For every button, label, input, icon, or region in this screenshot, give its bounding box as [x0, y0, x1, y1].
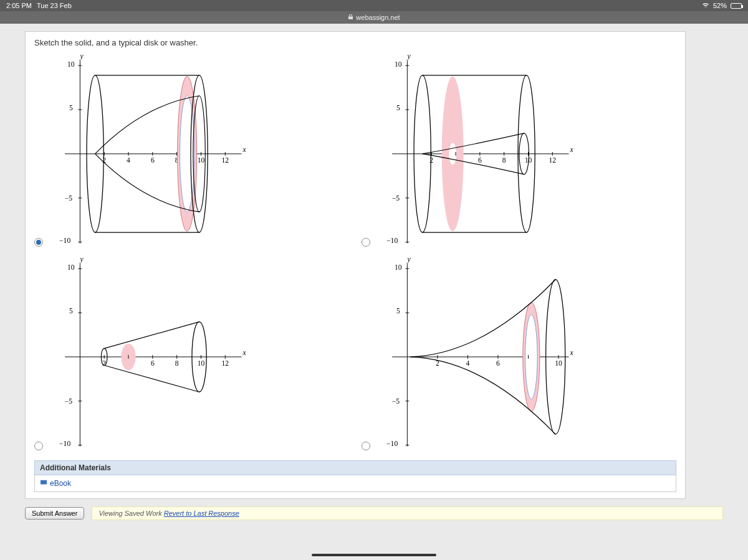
svg-text:5: 5: [69, 307, 73, 315]
svg-text:2: 2: [429, 156, 433, 164]
browser-domain: webassign.net: [356, 14, 400, 21]
svg-text:8: 8: [502, 156, 506, 164]
option-b[interactable]: yx 105 −5−10 246 81012: [362, 50, 676, 253]
book-icon: [40, 479, 47, 488]
saved-work-bar: Viewing Saved Work Revert to Last Respon…: [92, 506, 723, 520]
revert-link[interactable]: Revert to Last Response: [164, 510, 239, 517]
svg-text:x: x: [569, 349, 573, 357]
question-card: Sketch the solid, and a typical disk or …: [25, 31, 686, 499]
svg-text:10: 10: [395, 263, 402, 272]
svg-text:−10: −10: [386, 440, 398, 448]
options-grid: yx 105 −5−10 246 81012: [34, 50, 676, 457]
svg-text:y: y: [406, 52, 411, 60]
svg-text:−10: −10: [59, 237, 70, 245]
svg-text:5: 5: [396, 104, 400, 112]
svg-text:4: 4: [127, 156, 130, 164]
svg-text:10: 10: [67, 263, 75, 272]
question-prompt: Sketch the solid, and a typical disk or …: [34, 38, 676, 47]
saved-work-text: Viewing Saved Work: [98, 510, 163, 517]
radio-a[interactable]: [34, 238, 43, 247]
lock-icon: [348, 14, 353, 21]
status-time: 2:05 PM: [6, 2, 32, 9]
svg-text:−10: −10: [59, 440, 70, 448]
svg-text:−5: −5: [65, 397, 73, 406]
browser-url-bar[interactable]: webassign.net: [0, 11, 748, 24]
svg-text:y: y: [79, 255, 84, 263]
svg-text:6: 6: [478, 156, 482, 164]
svg-text:−10: −10: [386, 237, 398, 245]
graph-b: yx 105 −5−10 246 81012: [374, 50, 580, 249]
radio-d[interactable]: [362, 442, 370, 450]
option-d[interactable]: yx 105 −5−10 246 810: [362, 253, 676, 456]
svg-text:−5: −5: [392, 397, 400, 406]
battery-percent: 52%: [713, 2, 727, 9]
svg-text:10: 10: [198, 156, 205, 164]
graph-d: yx 105 −5−10 246 810: [374, 253, 580, 452]
svg-text:x: x: [569, 146, 573, 154]
additional-materials-body: eBook: [34, 475, 676, 492]
svg-point-105: [525, 315, 537, 399]
svg-text:−5: −5: [392, 194, 400, 202]
ipad-status-bar: 2:05 PM Tue 23 Feb 52%: [0, 0, 748, 11]
svg-text:6: 6: [496, 359, 500, 368]
additional-materials-header: Additional Materials: [34, 460, 676, 475]
svg-text:10: 10: [395, 60, 402, 69]
svg-text:6: 6: [151, 156, 155, 164]
home-indicator[interactable]: [312, 554, 436, 556]
footer-row: Submit Answer Viewing Saved Work Revert …: [25, 506, 723, 520]
battery-icon: [731, 3, 742, 9]
svg-point-46: [449, 143, 456, 164]
radio-b[interactable]: [362, 238, 370, 247]
svg-text:12: 12: [222, 156, 229, 164]
svg-text:8: 8: [175, 359, 179, 368]
svg-text:5: 5: [69, 104, 73, 112]
svg-text:12: 12: [222, 359, 229, 368]
svg-text:5: 5: [396, 307, 400, 315]
ebook-label: eBook: [50, 479, 71, 488]
svg-text:x: x: [242, 349, 246, 357]
svg-text:10: 10: [555, 359, 562, 368]
svg-text:4: 4: [466, 359, 470, 368]
submit-answer-button[interactable]: Submit Answer: [25, 507, 84, 520]
svg-text:10: 10: [67, 60, 75, 69]
page-content: Sketch the solid, and a typical disk or …: [0, 24, 748, 560]
svg-text:y: y: [79, 52, 84, 60]
option-c[interactable]: yx 105 −5−10 246 81012: [34, 253, 349, 456]
svg-text:x: x: [242, 146, 246, 154]
radio-c[interactable]: [34, 442, 43, 450]
svg-text:6: 6: [151, 359, 155, 368]
graph-c: yx 105 −5−10 246 81012: [47, 253, 252, 452]
status-date: Tue 23 Feb: [37, 2, 72, 9]
svg-line-79: [104, 322, 199, 349]
graph-a: yx 105 −5−10 246 81012: [47, 50, 252, 249]
svg-text:10: 10: [198, 359, 205, 368]
svg-text:12: 12: [549, 156, 557, 164]
wifi-icon: [702, 2, 709, 9]
option-a[interactable]: yx 105 −5−10 246 81012: [34, 50, 349, 253]
ebook-link[interactable]: eBook: [40, 479, 71, 488]
svg-line-80: [104, 366, 199, 392]
svg-text:−5: −5: [65, 194, 73, 202]
svg-text:y: y: [406, 255, 411, 263]
